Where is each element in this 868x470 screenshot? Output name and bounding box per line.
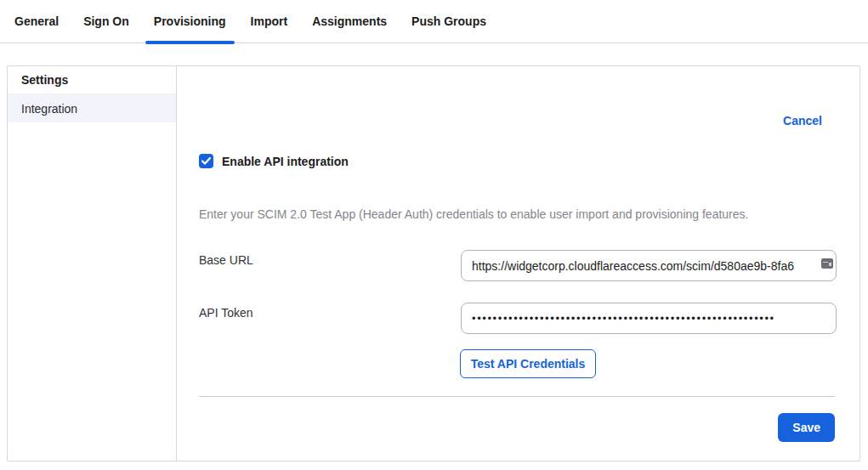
- credentials-description: Enter your SCIM 2.0 Test App (Header Aut…: [199, 207, 825, 222]
- tab-import[interactable]: Import: [242, 0, 297, 43]
- enable-api-row: Enable API integration: [199, 154, 349, 168]
- base-url-input[interactable]: [461, 250, 837, 281]
- cancel-link[interactable]: Cancel: [783, 115, 822, 127]
- api-token-field-wrap: [461, 303, 837, 334]
- enable-api-label: Enable API integration: [222, 155, 349, 168]
- settings-sidebar: Settings Integration: [8, 66, 177, 461]
- tab-push-groups[interactable]: Push Groups: [403, 0, 495, 43]
- tab-assignments[interactable]: Assignments: [304, 0, 395, 43]
- base-url-label: Base URL: [199, 253, 253, 267]
- footer-divider: [199, 396, 835, 397]
- text-overflow-indicator-icon: [821, 258, 833, 269]
- app-tab-bar: General Sign On Provisioning Import Assi…: [0, 0, 868, 43]
- enable-api-checkbox[interactable]: [199, 154, 213, 168]
- provisioning-panel: Settings Integration Cancel Enable API i…: [7, 65, 860, 462]
- test-api-credentials-button[interactable]: Test API Credentials: [460, 349, 596, 378]
- sidebar-item-label: Integration: [21, 102, 77, 116]
- tab-sign-on[interactable]: Sign On: [75, 0, 138, 43]
- sidebar-item-integration[interactable]: Integration: [8, 94, 176, 122]
- checkmark-icon: [201, 157, 211, 165]
- api-token-input[interactable]: [461, 303, 837, 334]
- sidebar-header: Settings: [8, 66, 176, 94]
- tab-provisioning[interactable]: Provisioning: [145, 0, 235, 43]
- save-button[interactable]: Save: [778, 413, 835, 442]
- tab-general[interactable]: General: [6, 0, 67, 43]
- api-token-label: API Token: [199, 306, 253, 320]
- base-url-field-wrap: [461, 250, 837, 281]
